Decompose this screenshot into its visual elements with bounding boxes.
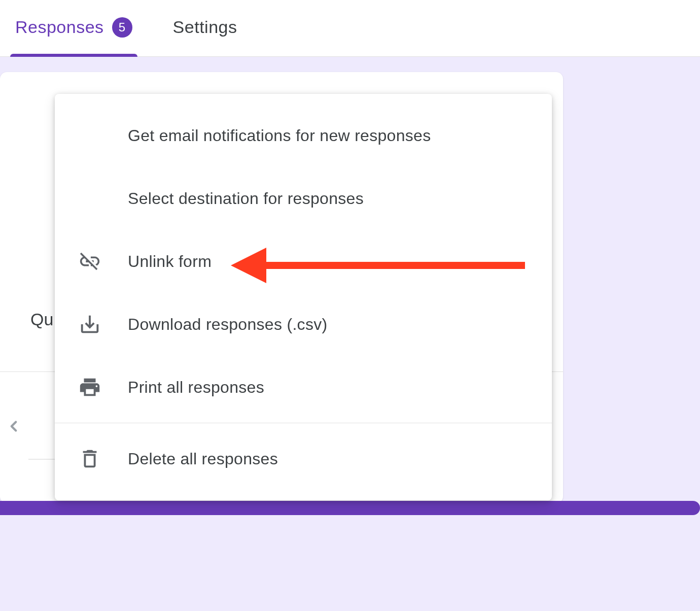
menu-item-delete-all[interactable]: Delete all responses [55,427,552,490]
responses-count-badge: 5 [112,17,132,38]
tab-settings[interactable]: Settings [168,10,242,57]
tab-settings-label: Settings [173,17,237,37]
menu-item-label: Download responses (.csv) [128,315,327,334]
menu-item-label: Delete all responses [128,450,278,468]
download-icon [77,312,102,337]
tab-responses[interactable]: Responses 5 [10,10,137,57]
chevron-left-icon[interactable] [0,410,27,445]
menu-item-print-all[interactable]: Print all responses [55,356,552,419]
purple-accent-bar [0,501,700,515]
menu-item-unlink-form[interactable]: Unlink form [55,230,552,293]
menu-item-label: Unlink form [128,252,212,271]
tab-responses-label: Responses [15,17,104,37]
menu-item-label: Get email notifications for new response… [128,126,431,145]
menu-item-email-notifications[interactable]: Get email notifications for new response… [55,104,552,167]
delete-icon [77,446,102,471]
menu-divider [55,423,552,423]
print-icon [77,375,102,400]
menu-item-download-csv[interactable]: Download responses (.csv) [55,293,552,356]
menu-item-select-destination[interactable]: Select destination for responses [55,167,552,230]
menu-item-label: Select destination for responses [128,189,364,208]
responses-menu: Get email notifications for new response… [55,94,552,500]
tabs-bar: Responses 5 Settings [0,0,700,57]
menu-item-label: Print all responses [128,378,264,397]
peek-text: Qu [30,310,53,329]
link-off-icon [77,249,102,274]
